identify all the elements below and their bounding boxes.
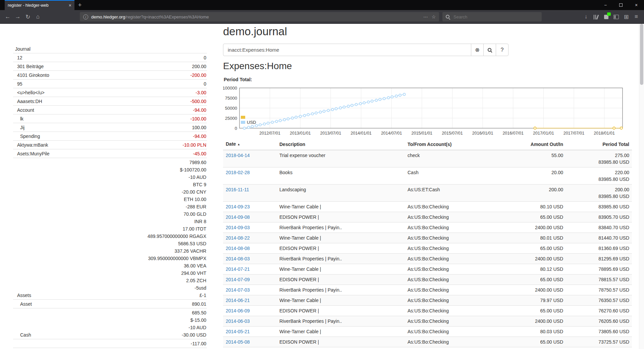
account-name-link[interactable]: <u>hello</u> [14, 89, 45, 96]
svg-text:2016/07/01: 2016/07/01 [502, 131, 524, 136]
browser-tab[interactable]: register - hledger-web × [5, 0, 74, 10]
account-name-link[interactable]: Cash [14, 331, 31, 339]
account-name-link[interactable]: Asets:MunyPile [14, 150, 49, 157]
register-date-link[interactable]: 2014-08-03 [226, 256, 250, 261]
account-name-link[interactable]: 301 Beiträge [14, 63, 44, 70]
back-button[interactable]: ← [3, 12, 13, 22]
account-name-link[interactable]: Asset [14, 300, 32, 308]
register-row: 2014-06-21Wine-Tarner Cable |As:US:Bo:Ch… [223, 295, 632, 306]
svg-text:2014/01/01: 2014/01/01 [351, 131, 372, 136]
downloads-button[interactable]: ↓ [581, 12, 591, 22]
register-period-total: 81360.69 USD [566, 243, 632, 254]
register-date-link[interactable]: 2018-02-28 [226, 170, 250, 175]
register-amount: 80.03 USD [509, 327, 566, 337]
sidebar-account-row: 301 Beiträge200.00 [13, 62, 207, 71]
register-date-link[interactable]: 2014-09-08 [226, 214, 250, 220]
bookmark-star-icon[interactable]: ☆ [430, 14, 438, 19]
register-date-link[interactable]: 2014-07-09 [226, 277, 250, 282]
column-header-date[interactable]: Date▲ [223, 139, 277, 150]
sidebar-toggle-icon[interactable] [611, 12, 621, 22]
register-amount: 2400.00 USD [509, 222, 566, 233]
sidebar-journal-link[interactable]: Journal [13, 45, 207, 53]
register-date-link[interactable]: 2014-09-03 [226, 225, 250, 230]
svg-text:0: 0 [235, 126, 237, 131]
sort-asc-icon: ▲ [237, 143, 240, 146]
svg-text:2018/01/01: 2018/01/01 [594, 131, 615, 136]
register-account: As:US:ET:Cash [405, 185, 509, 202]
account-name-link[interactable]: Assets [14, 292, 31, 299]
register-row: 2014-08-22Wine-Tarner Cable |As:US:Bo:Ch… [223, 233, 632, 243]
menu-icon[interactable]: ≡ [631, 12, 641, 22]
extension-icon[interactable] [601, 12, 611, 22]
scrollbar-thumb[interactable] [640, 24, 643, 85]
account-name-link[interactable]: Aktywa:mBank [14, 141, 48, 149]
account-name-link[interactable]: Account [14, 106, 34, 114]
account-name-link[interactable]: 12 [14, 54, 22, 61]
window-maximize-button[interactable] [613, 0, 629, 10]
register-date-link[interactable]: 2014-06-21 [226, 298, 250, 303]
register-date-link[interactable]: 2014-07-03 [226, 287, 250, 293]
account-balance: 7989.60$-100720.00-10 AUDBTC 9-20.00 CNY… [148, 159, 206, 299]
forward-button[interactable]: → [13, 12, 23, 22]
register-date-link[interactable]: 2014-08-08 [226, 246, 250, 251]
reload-button[interactable]: ↻ [23, 12, 33, 22]
maximize-icon [619, 3, 623, 7]
apps-grid-icon[interactable]: ⊞ [621, 12, 631, 22]
clear-query-button[interactable]: ⊗ [471, 44, 484, 56]
browser-search-bar[interactable] [442, 12, 542, 21]
window-close-button[interactable]: × [629, 0, 644, 10]
home-button[interactable]: ⌂ [33, 12, 43, 22]
register-date-link[interactable]: 2014-06-03 [226, 318, 250, 324]
register-table-header-row: Date▲ Description To/From Account(s) Amo… [223, 139, 632, 150]
account-balance: -117.00 [191, 340, 206, 347]
register-date-link[interactable]: 2014-07-21 [226, 266, 250, 272]
register-amount: 80.01 USD [509, 233, 566, 243]
register-date-link[interactable]: 2018-04-14 [226, 153, 250, 158]
account-name-link[interactable]: Jij [14, 124, 24, 131]
circle-x-icon: ⊗ [475, 47, 479, 53]
account-balance: -500.00 [191, 98, 206, 105]
svg-text:2013/07/01: 2013/07/01 [320, 131, 341, 136]
account-balance: -200.00 [191, 71, 206, 79]
browser-search-input[interactable] [453, 14, 539, 20]
register-row: 2014-09-03RiverBank Properties | Payin..… [223, 222, 632, 233]
search-icon [445, 14, 450, 19]
account-name-link[interactable]: Spending [14, 133, 40, 140]
site-info-icon[interactable]: i [83, 14, 88, 19]
url-bar[interactable]: i demo.hledger.org/register?q=inacct%3AE… [80, 12, 439, 21]
account-name-link[interactable]: 95 [14, 80, 22, 88]
register-amount: 55.00 [509, 150, 566, 167]
new-tab-button[interactable]: + [74, 0, 85, 10]
register-date-link[interactable]: 2014-05-21 [226, 329, 250, 334]
account-name-link[interactable]: lk [14, 115, 23, 122]
query-input[interactable] [223, 44, 471, 56]
search-button[interactable] [483, 44, 496, 56]
register-date-link[interactable]: 2014-08-22 [226, 235, 250, 241]
register-date-link[interactable]: 2014-05-08 [226, 339, 250, 345]
register-account: check [405, 150, 509, 167]
register-date-link[interactable]: 2014-09-23 [226, 204, 250, 209]
page-actions-icon[interactable]: ⋯ [422, 14, 430, 19]
svg-text:2017/01/01: 2017/01/01 [533, 131, 554, 136]
account-name-link[interactable]: 4101 Girokonto [14, 71, 49, 79]
register-period-total: 275.0083985.80 USD [566, 150, 632, 167]
sidebar-account-row: 4101 Girokonto-200.00 [13, 71, 207, 80]
svg-text:75000: 75000 [225, 96, 237, 101]
register-row: 2018-04-14Trial expense vouchercheck55.0… [223, 150, 632, 167]
register-period-total: 73725.57 USD [566, 337, 632, 347]
register-account: As:US:Bo:Checking [405, 264, 509, 275]
account-name-link[interactable]: Aaasets:DH [14, 98, 42, 105]
register-amount: 2400.00 USD [509, 285, 566, 295]
register-date-link[interactable]: 2014-06-09 [226, 308, 250, 313]
window-minimize-button[interactable]: − [598, 0, 613, 10]
tab-close-icon[interactable]: × [69, 3, 71, 8]
help-button[interactable]: ? [496, 44, 508, 56]
library-icon[interactable] [591, 12, 601, 22]
sidebar-account-row: 120 [13, 53, 207, 62]
register-date-link[interactable]: 2016-11-11 [226, 187, 249, 192]
account-heading: Expenses:Home [223, 61, 292, 71]
register-row: 2014-08-08EDISON POWER |As:US:Bo:Checkin… [223, 243, 632, 254]
page-scrollbar[interactable] [639, 24, 644, 349]
register-period-total: 78895.69 USD [566, 264, 632, 275]
register-period-total: 78815.57 USD [566, 275, 632, 285]
